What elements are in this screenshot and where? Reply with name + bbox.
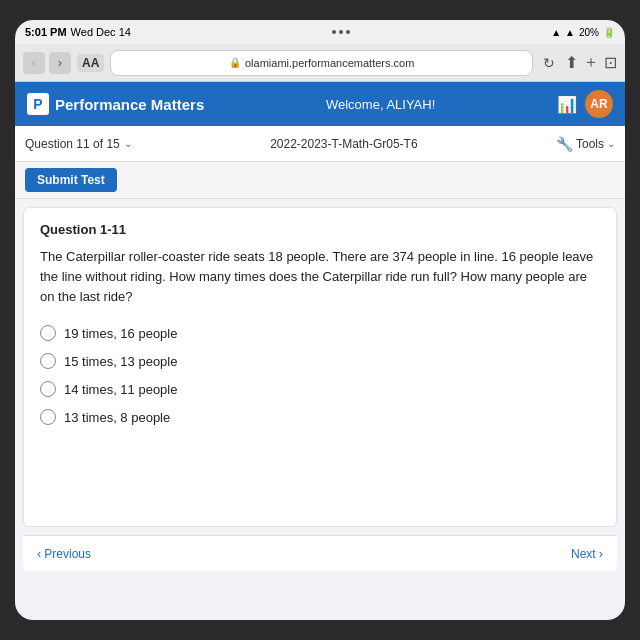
question-card: Question 1-11 The Caterpillar roller-coa… [23,207,617,527]
answer-option-3[interactable]: 14 times, 11 people [40,381,600,397]
address-bar[interactable]: 🔒 olamiami.performancematters.com [110,50,533,76]
answer-option-1-text: 19 times, 16 people [64,326,177,341]
answer-options: 19 times, 16 people 15 times, 13 people … [40,325,600,425]
pm-logo-letter: P [33,96,42,112]
nav-footer: ‹ Previous Next › [23,535,617,571]
browser-navigation: ‹ › [23,52,71,74]
answer-option-1[interactable]: 19 times, 16 people [40,325,600,341]
answer-option-3-text: 14 times, 11 people [64,382,177,397]
pm-header: P Performance Matters Welcome, ALIYAH! 📊… [15,82,625,126]
pm-app-name: Performance Matters [55,96,204,113]
new-tab-button[interactable]: ＋ [583,52,599,73]
submit-bar: Submit Test [15,162,625,199]
share-button[interactable]: ⬆ [565,53,578,72]
question-counter: Question 11 of 15 [25,137,120,151]
pm-welcome-text: Welcome, ALIYAH! [326,97,435,112]
url-text: olamiami.performancematters.com [245,57,414,69]
tools-icon: 🔧 [556,136,573,152]
forward-button[interactable]: › [49,52,71,74]
prev-chevron-icon: ‹ [37,546,41,561]
radio-button-2[interactable] [40,353,56,369]
question-number: Question 1-11 [40,222,600,237]
answer-option-4[interactable]: 13 times, 8 people [40,409,600,425]
radio-button-1[interactable] [40,325,56,341]
browser-bar: ‹ › AA 🔒 olamiami.performancematters.com… [15,44,625,82]
browser-action-buttons: ⬆ ＋ ⊡ [565,52,617,73]
battery-indicator: 20% [579,27,599,38]
status-dot-1 [332,30,336,34]
answer-option-4-text: 13 times, 8 people [64,410,170,425]
answer-option-2-text: 15 times, 13 people [64,354,177,369]
radio-button-3[interactable] [40,381,56,397]
previous-label: Previous [44,547,91,561]
next-button[interactable]: Next › [571,546,603,561]
status-dot-3 [346,30,350,34]
next-label: Next [571,547,596,561]
next-chevron-icon: › [599,546,603,561]
question-selector[interactable]: Question 11 of 15 ⌄ [25,137,132,151]
status-bar: 5:01 PM Wed Dec 14 ▲ ▲ 20% 🔋 [15,20,625,44]
signal-icon: ▲ [565,27,575,38]
tools-chevron-icon: ⌄ [607,138,615,149]
status-date: Wed Dec 14 [71,26,131,38]
chart-icon[interactable]: 📊 [557,95,577,114]
tablet-frame: 5:01 PM Wed Dec 14 ▲ ▲ 20% 🔋 ‹ › AA 🔒 [15,20,625,620]
answer-option-2[interactable]: 15 times, 13 people [40,353,600,369]
reload-button[interactable]: ↻ [539,55,559,71]
wifi-icon: ▲ [551,27,561,38]
previous-button[interactable]: ‹ Previous [37,546,91,561]
tabs-button[interactable]: ⊡ [604,53,617,72]
status-dot-2 [339,30,343,34]
back-button[interactable]: ‹ [23,52,45,74]
user-avatar[interactable]: AR [585,90,613,118]
lock-icon: 🔒 [229,57,241,68]
radio-button-4[interactable] [40,409,56,425]
pm-logo: P Performance Matters [27,93,204,115]
tools-button[interactable]: 🔧 Tools ⌄ [556,136,615,152]
status-right: ▲ ▲ 20% 🔋 [551,27,615,38]
test-title: 2022-2023-T-Math-Gr05-T6 [270,137,417,151]
forward-icon: › [58,55,62,70]
back-icon: ‹ [32,55,36,70]
app-content: P Performance Matters Welcome, ALIYAH! 📊… [15,82,625,620]
status-time: 5:01 PM [25,26,67,38]
pm-logo-icon: P [27,93,49,115]
battery-icon: 🔋 [603,27,615,38]
pm-header-right: 📊 AR [557,90,613,118]
tools-label: Tools [576,137,604,151]
question-text: The Caterpillar roller-coaster ride seat… [40,247,600,307]
reader-mode-button[interactable]: AA [77,54,104,72]
submit-test-button[interactable]: Submit Test [25,168,117,192]
test-nav-bar: Question 11 of 15 ⌄ 2022-2023-T-Math-Gr0… [15,126,625,162]
chevron-down-icon: ⌄ [124,138,132,149]
